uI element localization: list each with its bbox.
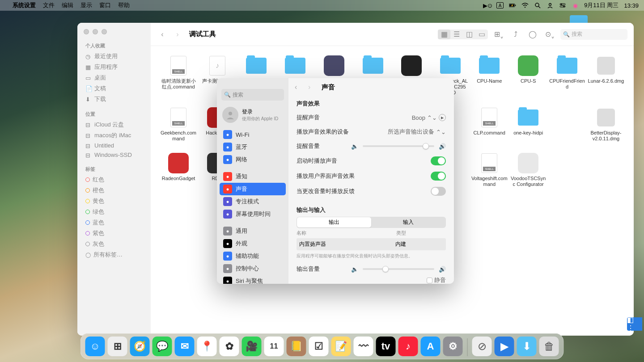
sidebar-tag-红色[interactable]: 红色	[77, 174, 151, 185]
sidebar-item-Windows-SSD[interactable]: ⊟Windows-SSD	[77, 150, 151, 160]
sidebar-tag-绿色[interactable]: 绿色	[77, 206, 151, 217]
sidebar-item-最近使用[interactable]: ◷最近使用	[77, 51, 151, 62]
settings-sidebar-item-蓝牙[interactable]: ●蓝牙	[220, 141, 286, 153]
output-volume-slider[interactable]	[363, 268, 434, 270]
view-icons-button[interactable]: ▦	[438, 29, 450, 39]
settings-sidebar-item-Siri 与聚焦[interactable]: ●Siri 与聚焦	[220, 275, 286, 284]
dock-facetime[interactable]: 🎥	[242, 337, 262, 356]
dock-disk-utility[interactable]: ⊘	[472, 337, 492, 356]
sidebar-item-下载[interactable]: ⬇下载	[77, 94, 151, 105]
user-icon[interactable]	[547, 2, 554, 9]
sidebar-item-Untitled[interactable]: ⊟Untitled	[77, 141, 151, 150]
file-item[interactable]: CPU-Name	[470, 55, 508, 96]
file-item[interactable]: VoodooTSCSync Configurator	[509, 152, 547, 187]
finder-share-button[interactable]: ⤴	[509, 29, 522, 39]
playback-device-dropdown[interactable]: 所选声音输出设备 ⌃⌄	[388, 128, 446, 136]
alert-volume-slider[interactable]	[363, 145, 434, 147]
dock-freeform[interactable]: 〰	[354, 337, 373, 356]
dock-contacts[interactable]: 📒	[287, 337, 306, 356]
file-item[interactable]: BetterDisplay-v2.0.11.dmg	[587, 107, 625, 142]
dock-messages[interactable]: 💬	[153, 337, 172, 356]
menu-file[interactable]: 文件	[43, 1, 55, 9]
dock-finder[interactable]: ☺	[85, 337, 105, 356]
alert-sound-dropdown[interactable]: Boop ⌃⌄ ▶	[412, 114, 446, 121]
sidebar-tag-紫色[interactable]: 紫色	[77, 228, 151, 239]
file-item[interactable]: SHELL临时清除更新小红点.command	[160, 55, 197, 96]
dock-safari[interactable]: 🧭	[130, 337, 150, 356]
view-gallery-button[interactable]: ▭	[475, 29, 488, 39]
dock-settings[interactable]: ⚙	[443, 337, 463, 356]
file-item[interactable]: SHELLGeekbench.command	[160, 107, 197, 142]
tab-input[interactable]: 输入	[371, 217, 445, 227]
ui-sounds-toggle[interactable]	[431, 172, 446, 181]
finder-forward-button[interactable]: ›	[172, 29, 183, 40]
finder-tags-button[interactable]: ◯	[526, 29, 539, 39]
file-item[interactable]: RadeonGadget	[160, 152, 197, 187]
dock-reminders[interactable]: ☑	[309, 337, 329, 356]
dock-notes[interactable]: 📝	[331, 337, 351, 356]
settings-back-button[interactable]: ‹	[295, 83, 304, 91]
sidebar-all-tags[interactable]: ◯所有标签…	[77, 249, 151, 260]
sidebar-tag-蓝色[interactable]: 蓝色	[77, 217, 151, 228]
file-item[interactable]: CPU-S	[509, 55, 547, 96]
sidebar-item-应用程序[interactable]: ▦应用程序	[77, 62, 151, 72]
input-method-icon[interactable]: A	[496, 2, 504, 8]
mute-checkbox[interactable]	[427, 278, 432, 283]
menu-help[interactable]: 帮助	[118, 1, 130, 9]
finder-minimize-button[interactable]	[93, 29, 98, 34]
settings-sidebar-item-屏幕使用时间[interactable]: ●屏幕使用时间	[220, 208, 286, 220]
spotlight-icon[interactable]	[534, 2, 541, 9]
dock-trash[interactable]: 🗑	[539, 337, 559, 356]
sidebar-item-文稿[interactable]: 📄文稿	[77, 83, 151, 94]
file-item[interactable]: SHELLCLP.command	[470, 107, 508, 142]
file-item[interactable]: one-key-hidpi	[509, 107, 547, 142]
settings-sidebar-item-专注模式[interactable]: ●专注模式	[220, 195, 286, 208]
control-center-icon[interactable]	[559, 2, 566, 9]
dock-launchpad[interactable]: ⊞	[108, 337, 127, 356]
settings-sidebar-item-外观[interactable]: ●外观	[220, 237, 286, 250]
file-item[interactable]: CPUFriendFriend	[548, 55, 586, 96]
settings-sidebar-item-辅助功能[interactable]: ●辅助功能	[220, 250, 286, 262]
sidebar-item-iCloud 云盘[interactable]: ⊟iCloud 云盘	[77, 119, 151, 130]
sidebar-item-桌面[interactable]: ▭桌面	[77, 72, 151, 83]
status-extra-icon[interactable]: ◉	[572, 2, 579, 9]
menu-view[interactable]: 显示	[80, 1, 92, 9]
dock-mail[interactable]: ✉	[175, 337, 195, 356]
finder-back-button[interactable]: ‹	[157, 29, 168, 40]
finder-group-button[interactable]: ⊞ˬ	[492, 29, 505, 39]
dock-calendar[interactable]: 11	[264, 337, 284, 356]
finder-zoom-button[interactable]	[102, 29, 107, 34]
settings-sidebar-item-网络[interactable]: ●网络	[220, 153, 286, 166]
settings-sidebar-item-通用[interactable]: ●通用	[220, 225, 286, 237]
view-list-button[interactable]: ☰	[450, 29, 463, 39]
battery-icon[interactable]: ⚡	[509, 2, 516, 9]
settings-sidebar-item-通知[interactable]: ●通知	[220, 170, 286, 183]
recording-icon[interactable]: ▶⊙	[484, 2, 491, 9]
settings-forward-button[interactable]: ›	[308, 83, 317, 91]
sidebar-tag-橙色[interactable]: 橙色	[77, 185, 151, 196]
settings-search-input[interactable]: 🔍 搜索	[221, 89, 284, 101]
menubar-date[interactable]: 9月11日 周三	[584, 1, 619, 9]
apple-id-row[interactable]: 登录 使用你的 Apple ID	[217, 104, 288, 128]
dock-tv[interactable]: tv	[376, 337, 396, 356]
sidebar-item-macos的 iMac[interactable]: ⊟macos的 iMac	[77, 130, 151, 141]
output-device-row[interactable]: 内置扬声器 内建	[297, 238, 446, 250]
finder-more-button[interactable]: ⊙ˬ	[543, 29, 556, 39]
finder-view-switcher[interactable]: ▦ ☰ ◫ ▭	[438, 29, 488, 39]
sidebar-tag-黄色[interactable]: 黄色	[77, 196, 151, 206]
settings-sidebar-item-声音[interactable]: ●声音	[220, 183, 286, 195]
dock-player[interactable]: ▶	[495, 337, 514, 356]
settings-sidebar-item-Wi-Fi[interactable]: ●Wi-Fi	[220, 128, 286, 141]
volume-feedback-toggle[interactable]	[431, 187, 446, 196]
dock-photos[interactable]: ✿	[220, 337, 239, 356]
menubar-time[interactable]: 13:39	[624, 2, 639, 9]
dock-maps[interactable]: 📍	[197, 337, 217, 356]
view-columns-button[interactable]: ◫	[463, 29, 475, 39]
file-item[interactable]: SHELLVoltageshift.command	[470, 152, 508, 187]
wifi-icon[interactable]	[521, 2, 529, 9]
dock-downloads[interactable]: ⬇	[517, 337, 537, 356]
dock-music[interactable]: ♪	[398, 337, 418, 356]
app-name-menu[interactable]: 系统设置	[13, 1, 36, 9]
startup-sound-toggle[interactable]	[431, 156, 446, 165]
floating-sidebar-button[interactable]: ◧ ⋮	[627, 317, 642, 331]
